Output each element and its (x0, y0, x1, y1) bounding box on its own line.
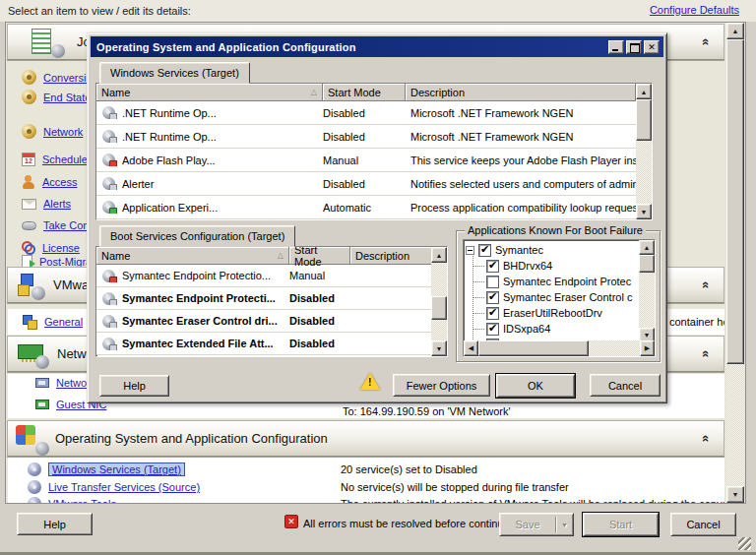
boot-failure-groupbox: Applications Known For Boot Failure Syma… (456, 230, 661, 362)
scrollbar-thumb[interactable] (431, 296, 447, 320)
sidebar-item-access[interactable]: Access (22, 175, 77, 189)
os-item-windows-services[interactable]: Windows Services (Target) (28, 462, 185, 476)
sidebar-item-label[interactable]: Network (43, 126, 83, 138)
fewer-options-button[interactable]: Fewer Options (393, 374, 490, 397)
column-header-description[interactable]: Description (406, 84, 636, 101)
warning-icon (360, 373, 380, 390)
sidebar-item-network[interactable]: Network (22, 124, 83, 139)
nic-icon (35, 400, 49, 409)
sidebar-item-label[interactable]: Schedule (42, 154, 88, 165)
tree-item[interactable]: IDSxpa64 (473, 321, 647, 337)
services-table: Name Start Mode Description .NET Runtime… (95, 83, 653, 220)
tree-item-root[interactable]: Symantec (464, 242, 637, 258)
configure-defaults-link[interactable]: Configure Defaults (650, 4, 739, 16)
checkbox[interactable] (478, 244, 491, 257)
checkbox[interactable] (486, 276, 499, 288)
section-header-os-app-config[interactable]: Operating System and Application Configu… (7, 420, 724, 457)
checkbox[interactable] (486, 260, 499, 273)
help-button[interactable]: Help (17, 513, 93, 535)
gear-icon (22, 70, 36, 85)
os-item-vmware-tools[interactable]: VMware Tools (28, 497, 116, 503)
scroll-up-icon[interactable]: ▲ (431, 247, 447, 263)
checkbox[interactable] (486, 291, 499, 304)
service-row[interactable]: .NET Runtime Op... Disabled Microsoft .N… (96, 101, 652, 125)
cancel-button[interactable]: Cancel (670, 513, 736, 536)
tree-horizontal-scrollbar[interactable]: ◀ ▶ (464, 340, 655, 356)
collapse-chevron-icon[interactable] (699, 281, 714, 288)
tree-item-label: BHDrvx64 (503, 260, 552, 272)
column-header-name[interactable]: Name (96, 84, 323, 101)
os-item-label-selected[interactable]: Windows Services (Target) (48, 462, 185, 476)
checkbox[interactable] (486, 323, 499, 336)
checkbox[interactable] (486, 307, 499, 320)
sidebar-item-alerts[interactable]: Alerts (22, 198, 71, 210)
save-dropdown-icon[interactable]: ▼ (556, 522, 573, 528)
os-item-label[interactable]: VMware Tools (48, 498, 116, 503)
scroll-down-icon[interactable]: ▼ (636, 204, 652, 219)
scroll-down-icon[interactable]: ▼ (431, 340, 447, 356)
tree-item[interactable]: BHDrvx64 (473, 258, 647, 274)
keys-icon (22, 241, 35, 255)
dialog-titlebar[interactable]: Operating System and Application Configu… (91, 36, 663, 57)
boot-table-scrollbar[interactable]: ▲ ▼ (431, 247, 447, 356)
collapse-chevron-icon[interactable] (699, 38, 714, 45)
tree-item-label: Symantec Eraser Control c (503, 291, 632, 303)
scroll-up-icon[interactable]: ▲ (636, 84, 652, 99)
sidebar-item-end-states[interactable]: End States (22, 90, 96, 104)
service-row[interactable]: Application Experi... Automatic Process … (96, 196, 652, 219)
sidebar-item-label[interactable]: License (42, 242, 80, 254)
service-row[interactable]: .NET Runtime Op... Disabled Microsoft .N… (96, 125, 652, 149)
tree-item[interactable]: EraserUtilRebootDrv (473, 305, 647, 321)
scroll-down-icon[interactable]: ▼ (726, 486, 744, 503)
service-row[interactable]: Alerter Disabled Notifies selected users… (96, 172, 652, 196)
scroll-right-icon[interactable]: ▶ (640, 340, 655, 356)
collapse-chevron-icon[interactable] (699, 435, 714, 442)
ok-button[interactable]: OK (496, 374, 575, 398)
vmware-item-label[interactable]: General (44, 316, 83, 328)
vmware-item-general[interactable]: General (22, 315, 83, 329)
scroll-up-icon[interactable]: ▲ (639, 240, 655, 255)
minimize-icon[interactable] (608, 40, 624, 54)
tree-item[interactable]: Symantec Eraser Control c (473, 289, 647, 305)
scrollbar-thumb[interactable] (726, 39, 744, 364)
collapse-chevron-icon[interactable] (699, 350, 714, 357)
os-item-label[interactable]: Live Transfer Services (Source) (48, 481, 200, 493)
scrollbar-thumb[interactable] (636, 99, 652, 141)
resize-grip[interactable] (738, 537, 751, 550)
sidebar-item-label[interactable]: Access (42, 176, 77, 188)
dialog-cancel-button[interactable]: Cancel (590, 374, 661, 397)
service-row[interactable]: Adobe Flash Play... Manual This service … (96, 149, 652, 172)
boot-service-row[interactable]: Symantec Extended File Att... Disabled (96, 333, 447, 355)
start-button[interactable]: Start (583, 513, 659, 536)
job-configuration-icon (32, 29, 63, 56)
save-split-button[interactable]: Save ▼ (499, 513, 574, 536)
column-header-name[interactable]: Name (96, 247, 289, 265)
maximize-icon[interactable] (626, 40, 642, 54)
column-header-start-mode[interactable]: Start Mode (289, 247, 350, 265)
boot-service-row[interactable]: Symantec Endpoint Protecti... Disabled (96, 287, 447, 310)
service-icon (102, 270, 115, 282)
tab-windows-services[interactable]: Windows Services (Target) (99, 62, 250, 84)
scrollbar-thumb[interactable] (478, 340, 589, 356)
close-icon[interactable] (644, 40, 660, 54)
dialog-help-button[interactable]: Help (99, 375, 169, 397)
sidebar-item-label[interactable]: Alerts (43, 198, 71, 210)
boot-service-row[interactable]: Symantec Endpoint Protectio... Manual (96, 265, 447, 287)
sidebar-item-license[interactable]: License (22, 241, 80, 255)
tab-boot-services[interactable]: Boot Services Configuration (Target) (99, 225, 295, 247)
os-item-description: The currently installed version of VMwar… (341, 498, 724, 503)
os-item-live-transfer-services[interactable]: Live Transfer Services (Source) (28, 480, 200, 494)
services-table-scrollbar[interactable]: ▲ ▼ (636, 84, 652, 219)
collapse-expander-icon[interactable] (466, 246, 474, 255)
save-button[interactable]: Save (500, 519, 555, 530)
scroll-up-icon[interactable]: ▲ (726, 23, 744, 39)
sidebar-item-schedule[interactable]: Schedule (22, 153, 88, 166)
tree-vertical-scrollbar[interactable]: ▲ ▼ (639, 240, 655, 342)
scrollbar-thumb[interactable] (639, 255, 655, 273)
column-header-start-mode[interactable]: Start Mode (323, 84, 406, 101)
tree-item[interactable]: Symantec Endpoint Protec (473, 274, 647, 289)
column-header-description[interactable]: Description (350, 247, 433, 265)
scroll-left-icon[interactable]: ◀ (464, 340, 478, 356)
panel-scrollbar[interactable]: ▲ ▼ (726, 23, 744, 503)
boot-service-row[interactable]: Symantec Eraser Control dri... Disabled (96, 310, 447, 333)
